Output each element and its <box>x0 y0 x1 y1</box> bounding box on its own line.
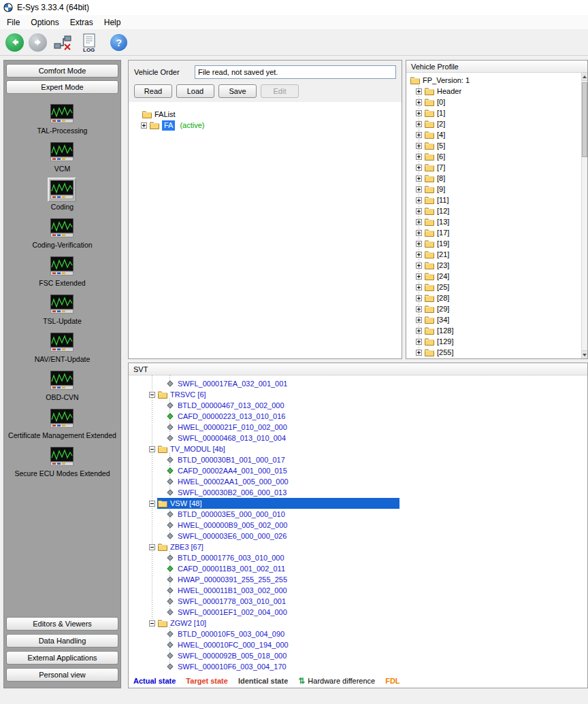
collapse-icon[interactable] <box>149 544 155 550</box>
load-button[interactable]: Load <box>176 84 214 98</box>
expand-icon[interactable] <box>416 328 422 334</box>
read-button[interactable]: Read <box>134 84 172 98</box>
menu-item-extras[interactable]: Extras <box>65 16 99 29</box>
sidebar-button-data-handling[interactable]: Data Handling <box>6 634 118 648</box>
svt-entry-row[interactable]: SWFL_0000092B_005_018_000 <box>129 650 587 661</box>
expand-icon[interactable] <box>416 306 422 312</box>
svt-entry-row[interactable]: SWFL_000030B2_006_000_013 <box>129 487 587 498</box>
svt-entry-row[interactable]: HWEL_000000B9_005_002_000 <box>129 520 587 531</box>
vp-item-row[interactable]: [8] <box>409 173 587 184</box>
collapse-icon[interactable] <box>149 446 155 452</box>
expand-icon[interactable] <box>416 284 422 290</box>
expand-icon[interactable] <box>416 197 422 203</box>
svt-entry-row[interactable]: BTLD_00000467_013_002_000 <box>129 400 587 411</box>
collapse-icon[interactable] <box>149 501 155 507</box>
expand-icon[interactable] <box>416 121 422 127</box>
svt-entry-row[interactable]: SWFL_00001EF1_002_004_000 <box>129 607 587 618</box>
vp-item-row[interactable]: [12] <box>409 205 587 216</box>
vp-item-row[interactable]: [9] <box>409 184 587 195</box>
svt-entry-row[interactable]: SWFL_000010F6_003_004_170 <box>129 661 587 672</box>
vp-item-row[interactable]: [128] <box>409 325 587 336</box>
sidebar-mode-tsl-update[interactable]: TSL-Update <box>43 292 82 325</box>
menu-item-file[interactable]: File <box>1 16 25 29</box>
vp-item-row[interactable]: [2] <box>409 118 587 129</box>
expand-icon[interactable] <box>416 263 422 269</box>
svt-entry-row[interactable]: HWEL_0000021F_010_002_000 <box>129 422 587 433</box>
vp-item-row[interactable]: [28] <box>409 292 587 303</box>
sidebar-mode-obd-cvn[interactable]: OBD-CVN <box>46 368 78 401</box>
sidebar-mode-tal-processing[interactable]: TAL-Processing <box>37 101 88 135</box>
sidebar-button-external-applications[interactable]: External Applications <box>6 651 118 665</box>
svt-entry-row[interactable]: HWAP_00000391_255_255_255 <box>129 574 587 585</box>
vp-item-row[interactable]: [23] <box>409 260 587 271</box>
collapse-icon[interactable] <box>149 392 155 398</box>
sidebar-mode-certificate-management-extended[interactable]: Certificate Management Extended <box>8 406 116 439</box>
expand-icon[interactable] <box>416 219 422 225</box>
vp-item-row[interactable]: [21] <box>409 249 587 260</box>
sidebar-mode-coding-verification[interactable]: Coding-Verification <box>32 216 92 249</box>
edit-button[interactable]: Edit <box>261 84 299 98</box>
expand-icon[interactable] <box>416 143 422 149</box>
vp-item-row[interactable]: [129] <box>409 336 587 347</box>
expand-icon[interactable] <box>416 99 422 105</box>
expand-icon[interactable] <box>416 241 422 247</box>
sidebar-mode-coding[interactable]: Coding <box>48 178 76 211</box>
expand-icon[interactable] <box>141 122 147 129</box>
svt-entry-row[interactable]: SWFL_000017EA_032_001_001 <box>129 378 587 389</box>
svt-entry-row[interactable]: BTLD_000030B1_001_000_017 <box>129 454 587 465</box>
svt-entry-row[interactable]: SWFL_000003E6_000_000_026 <box>129 531 587 541</box>
expand-icon[interactable] <box>416 317 422 323</box>
sidebar-mode-secure-ecu-modes-extended[interactable]: Secure ECU Modes Extended <box>14 444 110 477</box>
falist-root-row[interactable]: FAList <box>133 109 397 120</box>
sidebar-button-personal-view[interactable]: Personal view <box>6 668 118 682</box>
sidebar-mode-vcm[interactable]: VCM <box>48 139 76 173</box>
fa-row[interactable]: FA (active) <box>133 120 397 131</box>
fp-version-row[interactable]: FP_Version: 1 <box>409 75 587 86</box>
vp-item-row[interactable]: [255] <box>409 347 587 358</box>
expand-icon[interactable] <box>416 88 422 95</box>
expand-icon[interactable] <box>416 339 422 345</box>
menu-item-help[interactable]: Help <box>99 16 127 29</box>
expand-icon[interactable] <box>416 230 422 236</box>
forward-button[interactable] <box>29 33 47 52</box>
svt-folder-row[interactable]: TRSVC [6] <box>129 389 587 400</box>
svt-entry-row[interactable]: HWEL_00002AA1_005_000_000 <box>129 476 587 487</box>
sidebar-button-editors-viewers[interactable]: Editors & Viewers <box>6 617 118 631</box>
vp-item-row[interactable]: [11] <box>409 195 587 205</box>
svt-entry-row[interactable]: CAFD_00002AA4_001_000_015 <box>129 465 587 476</box>
expand-icon[interactable] <box>416 110 422 116</box>
vp-item-row[interactable]: [17] <box>409 227 587 238</box>
vp-item-row[interactable]: [4] <box>409 129 587 140</box>
vehicle-order-file-field[interactable] <box>195 65 396 79</box>
vp-item-row[interactable]: Header <box>409 86 587 97</box>
svt-entry-row[interactable]: SWFL_00001778_003_010_001 <box>129 596 587 607</box>
svt-entry-row[interactable]: CAFD_000011B3_001_002_011 <box>129 563 587 574</box>
expand-icon[interactable] <box>416 208 422 214</box>
svt-folder-row[interactable]: ZBE3 [67] <box>129 541 587 552</box>
expand-icon[interactable] <box>416 132 422 138</box>
expand-icon[interactable] <box>416 165 422 171</box>
svt-entry-row[interactable]: HWEL_000010FC_000_194_000 <box>129 639 587 650</box>
vp-item-row[interactable]: [5] <box>409 140 587 151</box>
vp-item-row[interactable]: [6] <box>409 151 587 162</box>
svt-entry-row[interactable]: BTLD_000010F5_003_004_090 <box>129 628 587 639</box>
expand-icon[interactable] <box>416 175 422 182</box>
expand-icon[interactable] <box>416 273 422 280</box>
sidebar-button-expert-mode[interactable]: Expert Mode <box>6 80 118 94</box>
svt-entry-row[interactable]: HWEL_000011B1_003_002_000 <box>129 585 587 596</box>
log-button[interactable]: LOG <box>78 31 100 53</box>
svt-entry-row[interactable]: SWFL_00000468_013_010_004 <box>129 433 587 443</box>
vp-item-row[interactable]: [24] <box>409 271 587 282</box>
vp-item-row[interactable]: [1] <box>409 107 587 118</box>
sidebar-button-comfort-mode[interactable]: Comfort Mode <box>6 64 118 78</box>
help-button[interactable]: ? <box>110 34 127 51</box>
svt-entry-row[interactable]: BTLD_000003E5_000_000_010 <box>129 509 587 520</box>
sidebar-mode-nav-ent-update[interactable]: NAV/ENT-Update <box>35 330 91 363</box>
vp-item-row[interactable]: [0] <box>409 97 587 107</box>
vp-item-row[interactable]: [34] <box>409 314 587 325</box>
vp-item-row[interactable]: [7] <box>409 162 587 173</box>
svt-folder-row[interactable]: ZGW2 [10] <box>129 618 587 628</box>
expand-icon[interactable] <box>416 295 422 301</box>
sidebar-mode-fsc-extended[interactable]: FSC Extended <box>39 254 85 287</box>
expand-icon[interactable] <box>416 186 422 192</box>
